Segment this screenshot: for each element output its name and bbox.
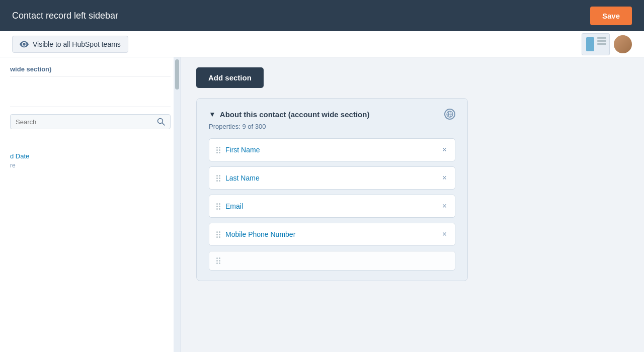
page-title: Contact record left sidebar <box>12 11 118 21</box>
preview-card-inner <box>586 37 594 51</box>
section-card: ▼ About this contact (account wide secti… <box>196 98 468 281</box>
property-left: First Name <box>216 146 260 154</box>
search-row <box>10 114 171 129</box>
section-header: ▼ About this contact (account wide secti… <box>209 109 455 120</box>
remove-property-button[interactable]: × <box>441 201 448 211</box>
property-row: Last Name × <box>209 166 455 190</box>
preview-card <box>582 33 610 55</box>
eye-icon <box>20 40 29 49</box>
property-row: Mobile Phone Number × <box>209 223 455 246</box>
preview-widget <box>582 33 632 55</box>
scrollbar[interactable] <box>174 57 181 352</box>
preview-line <box>597 43 606 45</box>
property-left: Last Name <box>216 174 260 182</box>
avatar <box>614 35 632 53</box>
scroll-thumb <box>175 59 179 90</box>
panel-divider <box>10 76 171 76</box>
property-left <box>216 257 220 264</box>
drag-handle[interactable] <box>216 257 220 264</box>
date-field-label: re <box>10 161 171 173</box>
add-section-button[interactable]: Add section <box>196 67 264 88</box>
drag-handle[interactable] <box>216 231 220 238</box>
visibility-label: Visible to all HubSpot teams <box>33 40 121 48</box>
avatar-image <box>614 35 632 53</box>
globe-icon[interactable] <box>444 109 455 120</box>
property-left: Email <box>216 202 243 210</box>
drag-handle[interactable] <box>216 147 220 153</box>
remove-property-button[interactable]: × <box>441 145 448 155</box>
drag-handle[interactable] <box>216 203 220 210</box>
search-input[interactable] <box>16 118 157 126</box>
drag-handle[interactable] <box>216 175 220 182</box>
property-row: First Name × <box>209 138 455 161</box>
property-name: Mobile Phone Number <box>225 230 295 238</box>
main-area: wide section) d Date re Add sec <box>0 57 644 352</box>
property-name: Email <box>225 202 243 210</box>
property-left: Mobile Phone Number <box>216 230 295 238</box>
right-area: Add section ▼ About this contact (accoun… <box>181 57 644 352</box>
preview-lines <box>597 37 606 45</box>
page-header: Contact record left sidebar Save <box>0 0 644 31</box>
left-panel: wide section) d Date re <box>0 57 181 352</box>
remove-property-button[interactable]: × <box>441 173 448 183</box>
chevron-icon[interactable]: ▼ <box>209 110 216 118</box>
search-icon <box>157 118 165 126</box>
sub-header: Visible to all HubSpot teams <box>0 31 644 57</box>
property-row-partial <box>209 251 455 271</box>
remove-property-button[interactable]: × <box>441 229 448 239</box>
preview-line <box>597 40 606 42</box>
svg-line-1 <box>163 123 165 126</box>
search-button[interactable] <box>157 118 165 126</box>
preview-line <box>597 37 606 39</box>
save-button[interactable]: Save <box>590 7 632 25</box>
visibility-badge[interactable]: Visible to all HubSpot teams <box>12 36 128 53</box>
left-panel-section-label: wide section) <box>10 65 171 73</box>
date-field: d Date <box>10 149 171 161</box>
panel-divider-2 <box>10 107 171 107</box>
section-title-row: ▼ About this contact (account wide secti… <box>209 110 369 119</box>
property-name: Last Name <box>225 174 260 182</box>
property-name: First Name <box>225 146 260 154</box>
section-subtitle: Properties: 9 of 300 <box>209 123 455 130</box>
section-title: About this contact (account wide section… <box>220 110 370 119</box>
left-panel-content: wide section) d Date re <box>0 57 181 352</box>
property-row: Email × <box>209 195 455 218</box>
